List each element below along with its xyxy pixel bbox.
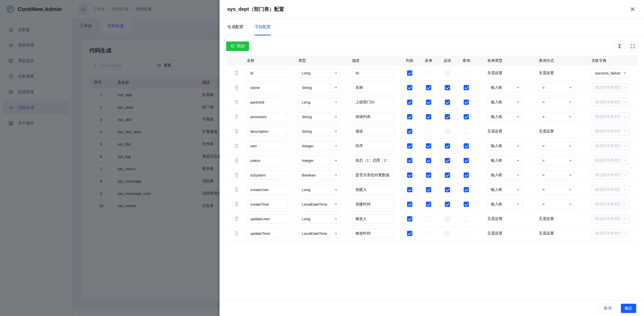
form-checkbox[interactable] (426, 129, 431, 134)
field-name-input[interactable]: description (247, 127, 288, 136)
list-checkbox[interactable] (407, 216, 412, 221)
drag-handle-icon[interactable] (235, 71, 238, 75)
query-type-select[interactable]: = (539, 112, 575, 121)
close-icon[interactable] (629, 6, 636, 13)
query-checkbox[interactable] (464, 172, 469, 178)
form-checkbox[interactable] (426, 114, 431, 119)
query-checkbox[interactable] (464, 143, 469, 149)
list-checkbox[interactable] (407, 114, 412, 119)
query-checkbox[interactable] (464, 216, 469, 221)
query-checkbox[interactable] (464, 85, 469, 90)
field-name-input[interactable]: ancestors (247, 112, 288, 121)
required-checkbox[interactable] (445, 85, 450, 90)
query-type-select[interactable]: = (539, 156, 575, 165)
field-desc-input[interactable]: 排序 (352, 141, 395, 151)
field-desc-input[interactable]: 描述 (352, 127, 395, 136)
query-checkbox[interactable] (464, 231, 469, 236)
field-type-select[interactable]: Long (298, 98, 341, 107)
field-type-select[interactable]: Boolean (298, 170, 341, 180)
query-type-select[interactable]: = (539, 98, 575, 107)
list-checkbox[interactable] (407, 231, 412, 236)
field-name-input[interactable]: parentId (247, 98, 288, 107)
list-checkbox[interactable] (407, 187, 412, 192)
form-checkbox[interactable] (426, 158, 431, 163)
field-name-input[interactable]: status (247, 156, 288, 165)
required-checkbox[interactable] (445, 172, 450, 178)
sync-button[interactable]: 同步 (226, 41, 249, 51)
required-checkbox[interactable] (445, 158, 450, 163)
field-type-select[interactable]: Integer (298, 156, 341, 165)
field-desc-input[interactable]: 上级部门ID (352, 98, 395, 107)
form-type-select[interactable]: 输入框 (487, 156, 522, 165)
query-checkbox[interactable] (464, 100, 469, 105)
form-checkbox[interactable] (426, 85, 431, 90)
field-desc-input[interactable]: 是否为系统内置数据 (352, 170, 395, 180)
query-checkbox[interactable] (464, 129, 469, 134)
drag-handle-icon[interactable] (235, 114, 238, 119)
required-checkbox[interactable] (445, 143, 450, 149)
query-type-select[interactable]: = (539, 83, 575, 92)
drag-handle-icon[interactable] (235, 158, 238, 163)
field-type-select[interactable]: LocalDateTime (298, 200, 341, 209)
list-checkbox[interactable] (407, 70, 412, 76)
field-desc-input[interactable]: 创建人 (352, 185, 395, 194)
query-type-select[interactable]: = (539, 141, 575, 151)
drag-handle-icon[interactable] (235, 187, 238, 192)
list-checkbox[interactable] (407, 172, 412, 178)
field-desc-input[interactable]: 修改时间 (352, 229, 395, 238)
field-desc-input[interactable]: 创建时间 (352, 200, 395, 209)
form-checkbox[interactable] (426, 187, 431, 192)
field-type-select[interactable]: String (298, 112, 341, 121)
form-type-select[interactable]: 输入框 (487, 141, 522, 151)
field-desc-input[interactable]: 修改人 (352, 214, 395, 223)
form-type-select[interactable]: 输入框 (487, 170, 522, 180)
form-type-select[interactable]: 输入框 (487, 200, 522, 209)
form-type-select[interactable]: 输入框 (487, 112, 522, 121)
list-checkbox[interactable] (407, 85, 412, 90)
field-type-select[interactable]: String (298, 127, 341, 136)
field-name-input[interactable]: sort (247, 141, 288, 151)
drag-handle-icon[interactable] (235, 173, 238, 177)
list-checkbox[interactable] (407, 129, 412, 134)
form-checkbox[interactable] (426, 216, 431, 221)
field-desc-input[interactable]: 状态（1：启用；2： (352, 156, 395, 165)
form-checkbox[interactable] (426, 172, 431, 178)
drag-handle-icon[interactable] (235, 129, 238, 134)
field-type-select[interactable]: Integer (298, 141, 341, 151)
field-type-select[interactable]: String (298, 83, 341, 92)
form-checkbox[interactable] (426, 202, 431, 207)
field-name-input[interactable]: updateTime (247, 229, 288, 238)
list-checkbox[interactable] (407, 202, 412, 207)
list-checkbox[interactable] (407, 143, 412, 149)
drawer-tab-字段配置[interactable]: 字段配置 (255, 19, 271, 35)
field-name-input[interactable]: name (247, 83, 288, 92)
required-checkbox[interactable] (445, 187, 450, 192)
form-type-select[interactable]: 输入框 (487, 185, 522, 194)
dict-select[interactable]: success_failure (591, 68, 629, 78)
query-checkbox[interactable] (464, 114, 469, 119)
required-checkbox[interactable] (445, 202, 450, 207)
required-checkbox[interactable] (445, 100, 450, 105)
form-type-select[interactable]: 输入框 (487, 98, 522, 107)
list-checkbox[interactable] (407, 158, 412, 163)
field-desc-input[interactable]: ID (352, 68, 395, 78)
drag-handle-icon[interactable] (235, 144, 238, 148)
list-checkbox[interactable] (407, 100, 412, 105)
field-type-select[interactable]: LocalDateTime (298, 229, 341, 238)
field-desc-input[interactable]: 祖级列表 (352, 112, 395, 121)
drag-handle-icon[interactable] (235, 85, 238, 90)
drawer-tab-生成配置[interactable]: 生成配置 (227, 19, 244, 35)
query-checkbox[interactable] (464, 202, 469, 207)
field-name-input[interactable]: id (247, 68, 288, 78)
field-type-select[interactable]: Long (298, 68, 341, 78)
drag-handle-icon[interactable] (235, 231, 238, 236)
query-checkbox[interactable] (464, 70, 469, 76)
field-type-select[interactable]: Long (298, 214, 341, 223)
drag-handle-icon[interactable] (235, 100, 238, 105)
fullscreen-icon[interactable] (628, 41, 637, 51)
field-name-input[interactable]: isSystem (247, 170, 288, 180)
query-type-select[interactable]: = (539, 200, 575, 209)
field-name-input[interactable]: updateUser (247, 214, 288, 223)
form-checkbox[interactable] (426, 143, 431, 149)
form-checkbox[interactable] (426, 100, 431, 105)
